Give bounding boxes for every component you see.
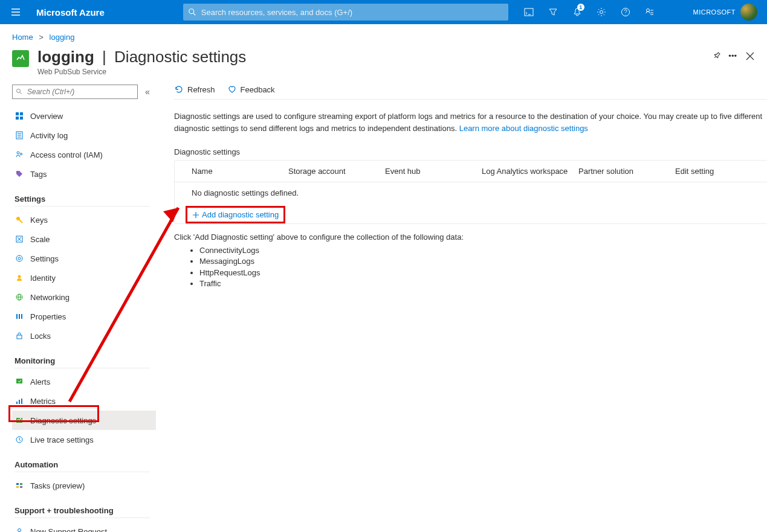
- page-title: logging | Diagnostic settings: [37, 48, 704, 66]
- activity-log-icon: [15, 131, 24, 139]
- tags-icon: [15, 170, 24, 178]
- data-types-list: ConnectivityLogs MessagingLogs HttpReque…: [199, 245, 767, 289]
- svg-rect-34: [21, 399, 22, 404]
- feedback-top-button[interactable]: [638, 0, 662, 24]
- svg-point-41: [18, 529, 21, 532]
- nav-header-settings: Settings: [15, 194, 150, 207]
- nav-label: Alerts: [30, 377, 50, 386]
- nav-label: Access control (IAM): [30, 150, 103, 159]
- nav-tasks[interactable]: Tasks (preview): [12, 476, 156, 495]
- lock-icon: [15, 332, 24, 340]
- notifications-button[interactable]: 1: [565, 0, 589, 24]
- list-item: MessagingLogs: [199, 256, 767, 267]
- left-nav: « Overview Activity log Access control (…: [12, 85, 156, 532]
- notification-badge: 1: [577, 4, 584, 11]
- feedback-button[interactable]: Feedback: [227, 85, 275, 94]
- page-header: logging | Diagnostic settings Web PubSub…: [0, 48, 767, 79]
- main-pane: Refresh Feedback Diagnostic settings are…: [162, 85, 767, 532]
- svg-point-3: [600, 11, 603, 14]
- nav-label: Overview: [30, 112, 63, 121]
- help-button[interactable]: [613, 0, 638, 24]
- svg-line-1: [193, 13, 196, 16]
- resource-name: logging: [37, 48, 94, 66]
- tenant-label: MICROSOFT: [693, 8, 736, 16]
- resource-icon: [12, 50, 29, 67]
- nav-label: Keys: [30, 216, 48, 225]
- nav-properties[interactable]: Properties: [12, 307, 156, 326]
- col-name: Name: [192, 167, 288, 176]
- nav-label: Tags: [30, 170, 47, 179]
- nav-label: Activity log: [30, 131, 68, 140]
- add-link-label: Add diagnostic setting: [202, 210, 279, 219]
- settings-button[interactable]: [589, 0, 613, 24]
- settings-icon: [15, 254, 24, 263]
- hamburger-menu[interactable]: [6, 2, 25, 22]
- cloud-shell-button[interactable]: [517, 0, 541, 24]
- close-icon: [745, 51, 755, 61]
- nav-keys[interactable]: Keys: [12, 210, 156, 229]
- svg-rect-33: [19, 400, 20, 404]
- global-search-input[interactable]: [201, 8, 503, 17]
- pin-button[interactable]: [713, 51, 721, 62]
- hamburger-icon: [11, 7, 21, 17]
- nav-networking[interactable]: Networking: [12, 287, 156, 307]
- overview-icon: [15, 112, 24, 120]
- nav-header-monitoring: Monitoring: [15, 356, 150, 368]
- nav-scale[interactable]: Scale: [12, 229, 156, 249]
- collapse-nav-button[interactable]: «: [145, 87, 150, 97]
- nav-diagnostic-settings[interactable]: Diagnostic settings: [12, 411, 156, 430]
- directories-button[interactable]: [541, 0, 565, 24]
- nav-metrics[interactable]: Metrics: [12, 391, 156, 411]
- diag-section-label: Diagnostic settings: [174, 147, 767, 156]
- nav-activity-log[interactable]: Activity log: [12, 126, 156, 145]
- table-empty-message: No diagnostic settings defined.: [175, 182, 767, 204]
- nav-label: Identity: [30, 274, 56, 283]
- alerts-icon: [15, 377, 24, 386]
- nav-header-support: Support + troubleshooting: [15, 506, 150, 518]
- close-button[interactable]: [745, 51, 755, 63]
- filter-icon: [548, 7, 558, 17]
- svg-rect-9: [20, 112, 23, 115]
- content-row: « Overview Activity log Access control (…: [0, 79, 767, 532]
- plus-icon: [192, 211, 199, 219]
- nav-live-trace[interactable]: Live trace settings: [12, 430, 156, 449]
- nav-access-control[interactable]: Access control (IAM): [12, 145, 156, 164]
- nav-label: Live trace settings: [30, 435, 94, 444]
- help-icon: [621, 7, 630, 17]
- learn-more-link[interactable]: Learn more about diagnostic settings: [459, 124, 588, 133]
- breadcrumb-current[interactable]: logging: [50, 33, 75, 42]
- nav-identity[interactable]: Identity: [12, 268, 156, 287]
- add-diagnostic-highlight: Add diagnostic setting: [186, 206, 285, 223]
- nav-overview[interactable]: Overview: [12, 106, 156, 126]
- breadcrumb: Home > logging: [0, 24, 767, 48]
- svg-line-7: [20, 92, 22, 94]
- list-item: HttpRequestLogs: [199, 268, 767, 278]
- nav-tags[interactable]: Tags: [12, 164, 156, 184]
- more-button[interactable]: •••: [728, 51, 737, 62]
- nav-settings[interactable]: Settings: [12, 249, 156, 268]
- title-divider: |: [102, 48, 106, 66]
- refresh-button[interactable]: Refresh: [174, 85, 215, 94]
- account-area[interactable]: MICROSOFT: [693, 4, 762, 21]
- nav-label: Settings: [30, 254, 59, 263]
- diagnostic-icon: [15, 416, 24, 425]
- add-diagnostic-button[interactable]: Add diagnostic setting: [192, 210, 279, 219]
- brand-label[interactable]: Microsoft Azure: [36, 7, 105, 18]
- nav-locks[interactable]: Locks: [12, 326, 156, 345]
- nav-label: Tasks (preview): [30, 481, 85, 490]
- page-subtitle: Web PubSub Service: [37, 68, 704, 76]
- breadcrumb-home[interactable]: Home: [12, 33, 33, 42]
- search-icon: [188, 8, 196, 16]
- search-icon: [16, 88, 23, 95]
- global-search-box[interactable]: [183, 4, 508, 21]
- nav-alerts[interactable]: Alerts: [12, 372, 156, 391]
- nav-support-request[interactable]: New Support Request: [12, 522, 156, 532]
- col-storage: Storage account: [288, 167, 385, 176]
- nav-search-input[interactable]: [12, 85, 138, 99]
- avatar[interactable]: [740, 4, 757, 21]
- nav-label: New Support Request: [30, 527, 107, 532]
- svg-point-0: [189, 9, 194, 14]
- list-item: ConnectivityLogs: [199, 245, 767, 256]
- svg-point-16: [17, 152, 19, 154]
- key-icon: [15, 216, 24, 224]
